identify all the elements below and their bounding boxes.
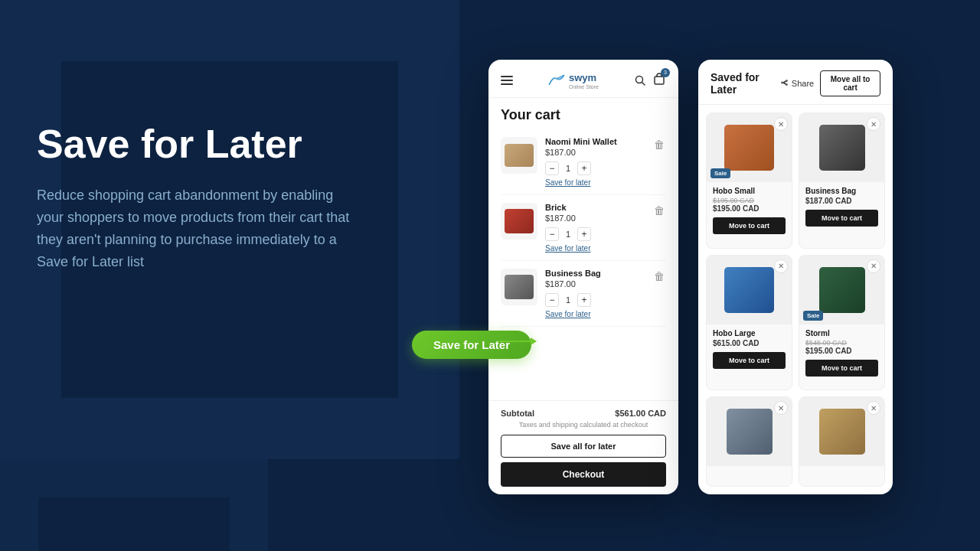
item-price: $187.00 <box>545 279 645 289</box>
saved-for-later-panel: Saved for Later Share Move all to cart <box>698 60 893 494</box>
qty-decrease-btn[interactable]: − <box>545 161 559 175</box>
saved-item-name: Business Bag <box>805 187 878 195</box>
saved-item-info: Business Bag $187.00 CAD Move to cart <box>799 182 884 233</box>
share-button[interactable]: Share <box>780 79 814 88</box>
biz-bag-saved-img <box>819 125 865 171</box>
delete-item-btn[interactable]: 🗑 <box>652 203 666 218</box>
item-image-wallet <box>501 137 537 174</box>
move-to-cart-button[interactable]: Move to cart <box>713 352 786 369</box>
saved-item: ✕ <box>706 396 792 487</box>
qty-increase-btn[interactable]: + <box>577 293 591 307</box>
move-to-cart-button[interactable]: Move to cart <box>805 360 878 377</box>
delete-item-btn[interactable]: 🗑 <box>652 137 666 152</box>
qty-decrease-btn[interactable]: − <box>545 227 559 241</box>
item-price: $187.00 <box>545 214 645 223</box>
saved-item-price: $615.00 CAD <box>713 339 786 347</box>
save-later-link[interactable]: Save for later <box>545 244 645 253</box>
item6-img <box>819 409 865 455</box>
qty-decrease-btn[interactable]: − <box>545 293 559 307</box>
item-qty-control: − 1 + <box>545 161 645 175</box>
checkout-button[interactable]: Checkout <box>501 462 666 487</box>
cart-item: Naomi Mini Wallet $187.00 − 1 + Save for… <box>501 129 666 195</box>
saved-item-price: $187.00 CAD <box>805 197 878 205</box>
save-later-link[interactable]: Save for later <box>545 178 645 187</box>
search-icon[interactable] <box>634 74 646 86</box>
saved-item-info <box>707 466 792 478</box>
item-image-brick <box>501 203 537 240</box>
qty-value: 1 <box>564 230 573 239</box>
swym-logo-svg <box>548 74 565 86</box>
saved-header: Saved for Later Share Move all to cart <box>698 60 893 105</box>
saved-item-info: Hobo Small $195.00 CAD $195.00 CAD Move … <box>707 182 792 240</box>
saved-item-name: Storml <box>805 329 878 337</box>
saved-title: Saved for Later <box>710 71 780 96</box>
qty-value: 1 <box>564 295 573 305</box>
svg-line-1 <box>642 82 645 85</box>
cart-panel: swym Online Store 3 Your cart <box>488 60 678 494</box>
sale-badge: Sale <box>710 168 730 178</box>
move-all-to-cart-button[interactable]: Move all to cart <box>820 70 880 96</box>
save-all-button[interactable]: Save all for later <box>501 435 666 458</box>
sale-badge: Sale <box>803 311 823 321</box>
hobo-large-img <box>724 267 774 313</box>
delete-item-btn[interactable]: 🗑 <box>652 269 666 284</box>
cart-icons-right: 3 <box>634 72 666 89</box>
saved-item-image: Sale ✕ <box>707 113 792 182</box>
remove-saved-item-btn[interactable]: ✕ <box>774 401 788 415</box>
remove-saved-item-btn[interactable]: ✕ <box>867 117 880 131</box>
saved-item-original-price: $545.00 CAD <box>805 339 878 347</box>
subtotal-value: $561.00 CAD <box>615 409 666 418</box>
item-qty-control: − 1 + <box>545 227 645 241</box>
remove-saved-item-btn[interactable]: ✕ <box>774 117 788 131</box>
hobo-small-img <box>724 125 774 171</box>
cart-badge: 3 <box>661 68 670 77</box>
saved-item-image: ✕ <box>707 397 792 466</box>
hamburger-menu-icon[interactable] <box>501 76 513 85</box>
saved-actions: Share Move all to cart <box>780 70 880 96</box>
left-content: Save for Later Reduce shopping cart aban… <box>37 122 358 272</box>
saved-items-grid: Sale ✕ Hobo Small $195.00 CAD $195.00 CA… <box>698 105 893 494</box>
saved-item: ✕ Business Bag $187.00 CAD Move to cart <box>799 112 885 249</box>
arrow-line <box>498 341 532 342</box>
saved-item-info <box>799 466 884 478</box>
remove-saved-item-btn[interactable]: ✕ <box>774 259 788 273</box>
saved-item: Sale ✕ Storml $545.00 CAD $195.00 CAD Mo… <box>799 255 885 391</box>
wallet-img <box>505 144 534 167</box>
cart-item: Brick $187.00 − 1 + Save for later 🗑 <box>501 195 666 261</box>
saved-item-image: ✕ <box>799 113 884 182</box>
qty-increase-btn[interactable]: + <box>577 161 591 175</box>
item-qty-control: − 1 + <box>545 293 645 307</box>
swym-logo: swym Online Store <box>548 70 599 90</box>
cart-items-list: Naomi Mini Wallet $187.00 − 1 + Save for… <box>488 129 678 400</box>
item-name: Brick <box>545 203 645 212</box>
remove-saved-item-btn[interactable]: ✕ <box>867 259 880 273</box>
item5-img <box>727 409 773 455</box>
cart-header: swym Online Store 3 <box>488 60 678 98</box>
item-image-biz <box>501 269 537 305</box>
saved-item: Sale ✕ Hobo Small $195.00 CAD $195.00 CA… <box>706 112 792 249</box>
cart-item: Business Bag $187.00 − 1 + Save for late… <box>501 261 666 327</box>
item-details-brick: Brick $187.00 − 1 + Save for later <box>545 203 645 253</box>
save-later-link[interactable]: Save for later <box>545 310 645 318</box>
storml-img <box>819 267 865 313</box>
save-for-later-pill[interactable]: Save for Later <box>412 331 531 359</box>
cart-bag-icon[interactable]: 3 <box>652 72 666 89</box>
main-title: Save for Later <box>37 122 358 166</box>
saved-item-original-price: $195.00 CAD <box>713 197 786 204</box>
remove-saved-item-btn[interactable]: ✕ <box>867 401 880 415</box>
swym-logo-text: swym <box>569 72 596 83</box>
saved-item-name: Hobo Large <box>713 329 786 337</box>
item-name: Business Bag <box>545 269 645 278</box>
saved-item-name: Hobo Small <box>713 187 786 195</box>
saved-item-info: Hobo Large $615.00 CAD Move to cart <box>707 324 792 375</box>
taxes-text: Taxes and shipping calculated at checkou… <box>501 421 666 429</box>
svg-rect-2 <box>655 77 664 84</box>
qty-increase-btn[interactable]: + <box>577 227 591 241</box>
bg-decoration-2 <box>0 459 268 551</box>
share-label: Share <box>792 79 814 88</box>
move-to-cart-button[interactable]: Move to cart <box>713 217 786 234</box>
saved-item-image: ✕ <box>707 256 792 324</box>
saved-item-price: $195.00 CAD <box>805 347 878 355</box>
move-to-cart-button[interactable]: Move to cart <box>805 210 878 227</box>
main-description: Reduce shopping cart abandonment by enab… <box>37 184 358 272</box>
